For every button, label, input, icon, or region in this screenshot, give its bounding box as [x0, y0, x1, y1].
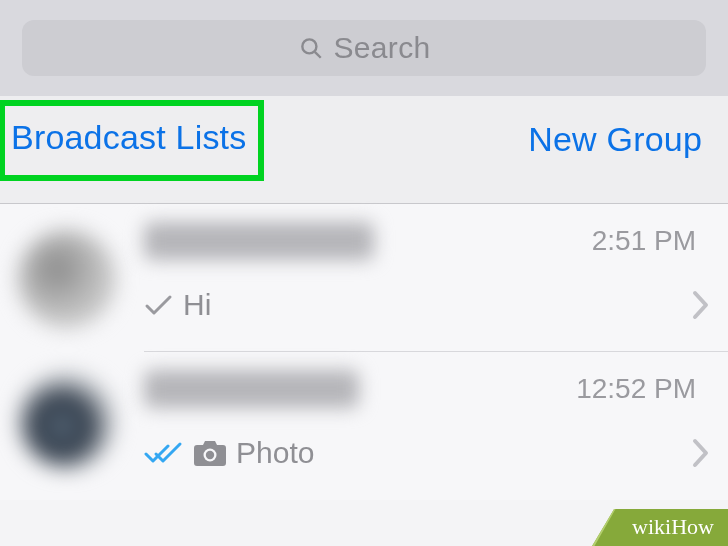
wikihow-watermark: wikiHow: [592, 509, 728, 546]
check-double-read-icon: [144, 441, 184, 465]
message-text: Photo: [236, 436, 314, 470]
chat-time: 2:51 PM: [592, 225, 696, 257]
search-input[interactable]: Search: [22, 20, 706, 76]
svg-line-1: [314, 52, 320, 58]
chevron-right-icon: [692, 290, 710, 320]
search-bar-container: Search: [0, 0, 728, 96]
svg-point-0: [302, 39, 316, 53]
chat-content: 2:51 PM Hi: [144, 222, 728, 352]
svg-point-3: [206, 451, 214, 459]
chat-list-header-links: Broadcast Lists New Group: [0, 96, 728, 204]
broadcast-lists-highlight: Broadcast Lists: [0, 100, 264, 181]
search-placeholder: Search: [334, 31, 431, 65]
chat-row[interactable]: 12:52 PM: [0, 352, 728, 500]
avatar: [18, 230, 116, 328]
camera-icon: [193, 439, 227, 467]
new-group-link[interactable]: New Group: [528, 106, 708, 159]
chat-row[interactable]: 2:51 PM Hi: [0, 204, 728, 352]
contact-name-blurred: [144, 370, 359, 408]
check-single-icon: [144, 293, 174, 317]
contact-name-blurred: [144, 222, 374, 260]
message-text: Hi: [183, 288, 211, 322]
chat-time: 12:52 PM: [576, 373, 696, 405]
search-icon: [298, 35, 324, 61]
message-preview: Photo: [144, 436, 314, 470]
broadcast-lists-link[interactable]: Broadcast Lists: [11, 118, 246, 156]
chat-content: 12:52 PM: [144, 370, 728, 500]
message-preview: Hi: [144, 288, 211, 322]
chat-list: 2:51 PM Hi: [0, 204, 728, 500]
avatar: [18, 372, 116, 470]
chevron-right-icon: [692, 438, 710, 468]
